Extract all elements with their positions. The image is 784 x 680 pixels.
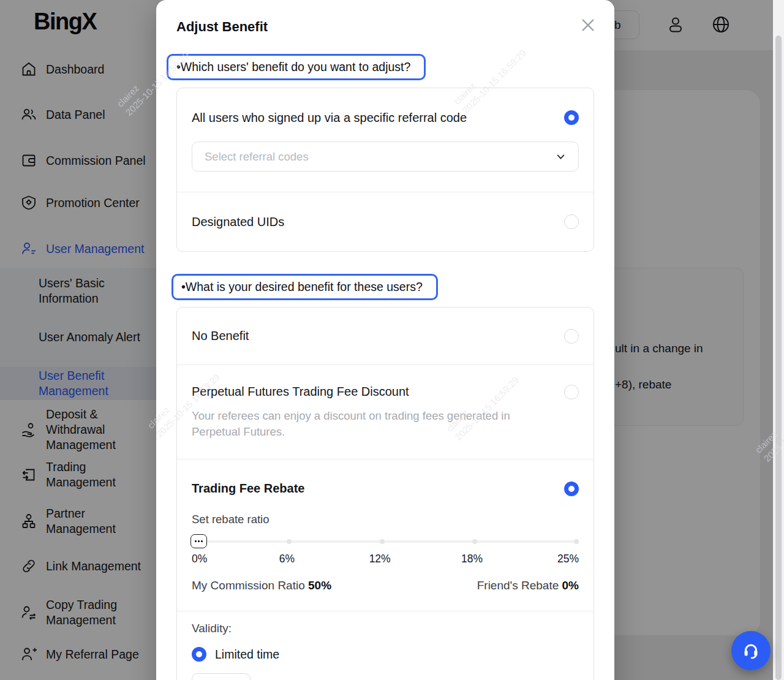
chevron-down-icon (556, 151, 566, 162)
option-label: Perpetual Futures Trading Fee Discount (192, 385, 409, 399)
option-label: Trading Fee Rebate (192, 482, 305, 496)
slider-tick-labels: 0% 6% 12% 18% 25% (192, 553, 579, 566)
radio-selected[interactable] (564, 110, 579, 125)
modal-title: Adjust Benefit (176, 0, 594, 35)
option-perpetual-discount[interactable]: Perpetual Futures Trading Fee Discount Y… (177, 365, 594, 459)
slider-dot (380, 539, 385, 544)
set-rebate-ratio-label: Set rebate ratio (192, 513, 579, 526)
select-placeholder: Select referral codes (205, 150, 309, 164)
page-scrollbar-thumb[interactable] (775, 36, 782, 680)
benefit-type-card: No Benefit Perpetual Futures Trading Fee… (176, 307, 594, 680)
rebate-ratio-slider (192, 534, 579, 549)
option-no-benefit[interactable]: No Benefit (177, 308, 594, 365)
radio-selected[interactable] (564, 482, 579, 496)
adjust-benefit-modal: Adjust Benefit •Which users' benefit do … (156, 0, 614, 680)
close-icon (579, 16, 597, 34)
option-label: No Benefit (192, 329, 249, 343)
option-description: Your referees can enjoy a discount on tr… (192, 408, 546, 440)
tick-label: 6% (279, 553, 295, 565)
option-label: Designated UIDs (192, 215, 284, 229)
option-trading-fee-rebate[interactable]: Trading Fee Rebate Set rebate ratio 0% 6… (177, 459, 594, 611)
option-designated-uids[interactable]: Designated UIDs (177, 192, 594, 251)
slider-dot (574, 539, 579, 544)
customer-support-button[interactable] (731, 631, 771, 670)
option-referral-code-users[interactable]: All users who signed up via a specific r… (177, 88, 594, 125)
radio-unselected[interactable] (564, 214, 579, 229)
option-limited-time[interactable]: Limited time (192, 647, 579, 662)
radio-unselected[interactable] (564, 329, 579, 344)
slider-dot (287, 539, 292, 544)
slider-dot (472, 539, 477, 544)
tick-label: 0% (192, 553, 207, 565)
user-target-card: All users who signed up via a specific r… (176, 88, 594, 252)
slider-handle[interactable] (190, 534, 207, 548)
question-which-users: •Which users' benefit do you want to adj… (167, 54, 426, 80)
friend-rebate: Friend's Rebate 0% (477, 579, 579, 592)
referral-codes-select[interactable]: Select referral codes (192, 142, 579, 172)
tick-label: 25% (557, 553, 579, 565)
option-label: All users who signed up via a specific r… (192, 111, 467, 125)
radio-unselected[interactable] (564, 385, 579, 399)
slider-track[interactable] (192, 540, 579, 543)
validity-label: Validity: (192, 622, 579, 635)
tick-label: 12% (369, 553, 391, 565)
commission-ratio: My Commission Ratio 50% (192, 579, 331, 592)
duration-input[interactable] (192, 673, 251, 680)
option-label: Limited time (215, 648, 279, 662)
headset-icon (741, 640, 761, 661)
tick-label: 18% (461, 553, 483, 565)
radio-selected[interactable] (192, 647, 206, 662)
commission-ratio-value: 50% (308, 579, 331, 592)
validity-section: Validity: Limited time (177, 611, 594, 680)
question-desired-benefit: •What is your desired benefit for these … (172, 274, 438, 300)
close-button[interactable] (578, 15, 598, 36)
friend-rebate-value: 0% (562, 579, 579, 592)
